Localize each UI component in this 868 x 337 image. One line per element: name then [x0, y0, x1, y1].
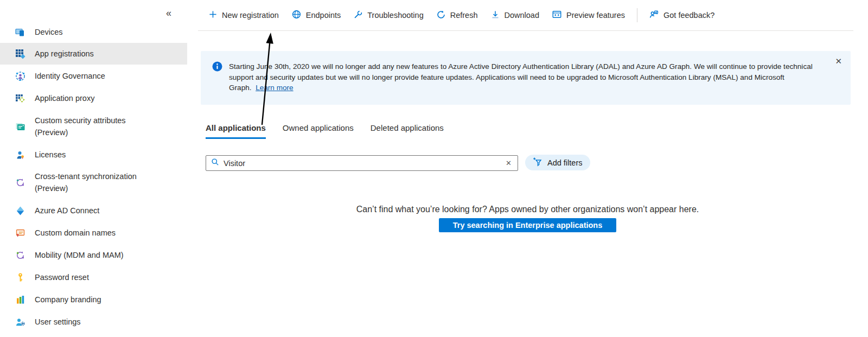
refresh-button[interactable]: Refresh — [431, 0, 483, 30]
sidebar-item-identity-governance[interactable]: Identity Governance — [0, 65, 187, 87]
command-label: Download — [505, 11, 540, 20]
sidebar-item-company-branding[interactable]: Company branding — [0, 289, 187, 310]
tab-bar: All applications Owned applications Dele… — [206, 123, 444, 139]
add-filter-icon — [533, 157, 543, 168]
add-filters-button[interactable]: Add filters — [525, 155, 590, 170]
banner-text: Starting June 30th, 2020 we will no long… — [229, 62, 813, 92]
sidebar-item-user-settings[interactable]: User settings — [0, 311, 187, 333]
sidebar-item-label: Mobility (MDM and MAM) — [35, 249, 124, 261]
sidebar-item-devices[interactable]: Devices — [0, 21, 187, 43]
sidebar-item-label: Application proxy — [35, 92, 94, 104]
sidebar-item-custom-domain-names[interactable]: Custom domain names — [0, 222, 187, 244]
got-feedback-button[interactable]: Got feedback? — [644, 0, 720, 30]
sidebar-item-label: Cross-tenant synchronization (Preview) — [35, 170, 153, 195]
banner-close-icon[interactable]: ✕ — [835, 56, 842, 66]
sidebar-item-label: Custom security attributes (Preview) — [35, 115, 153, 139]
custom-domain-names-icon — [15, 228, 25, 238]
sidebar-item-label: Identity Governance — [35, 70, 105, 82]
sidebar-item-password-reset[interactable]: Password reset — [0, 266, 187, 288]
sidebar-item-application-proxy[interactable]: Application proxy — [0, 87, 187, 109]
company-branding-icon — [15, 295, 25, 305]
command-separator — [637, 8, 637, 22]
command-label: Endpoints — [306, 11, 341, 20]
sidebar-item-mobility[interactable]: Mobility (MDM and MAM) — [0, 244, 187, 266]
sidebar: « Devices App registrations Identity Gov… — [0, 0, 187, 337]
command-label: Got feedback? — [663, 11, 714, 20]
application-proxy-icon — [15, 93, 25, 104]
download-button[interactable]: Download — [486, 0, 545, 30]
command-label: Troubleshooting — [367, 11, 423, 20]
sidebar-item-label: Azure AD Connect — [35, 205, 99, 217]
banner-message: Starting June 30th, 2020 we will no long… — [229, 61, 814, 93]
clear-search-icon[interactable]: ✕ — [505, 159, 513, 167]
command-label: Refresh — [450, 11, 478, 20]
sidebar-item-licenses[interactable]: Licenses — [0, 144, 187, 166]
info-icon — [212, 61, 222, 72]
password-reset-icon — [15, 272, 25, 283]
try-enterprise-applications-button[interactable]: Try searching in Enterprise applications — [439, 218, 617, 232]
sidebar-item-custom-security-attributes[interactable]: Custom security attributes (Preview) — [0, 111, 187, 142]
globe-icon — [292, 10, 301, 21]
wrench-icon — [354, 10, 362, 21]
search-input[interactable] — [224, 159, 505, 168]
plus-icon — [209, 10, 217, 20]
azure-ad-connect-icon — [15, 206, 25, 216]
licenses-icon — [15, 150, 25, 160]
app-registrations-page: « Devices App registrations Identity Gov… — [0, 0, 868, 337]
custom-security-attributes-icon — [15, 122, 25, 132]
sidebar-item-label: Password reset — [35, 271, 89, 283]
sidebar-item-label: App registrations — [35, 48, 94, 60]
collapse-sidebar-icon[interactable]: « — [166, 8, 171, 19]
preview-features-button[interactable]: Preview features — [547, 0, 630, 30]
search-icon — [211, 158, 219, 168]
sidebar-item-label: Licenses — [35, 149, 66, 161]
sidebar-item-label: User settings — [35, 316, 81, 328]
mobility-icon — [15, 250, 25, 260]
application-search-box: ✕ — [206, 155, 518, 171]
tab-all-applications[interactable]: All applications — [206, 123, 266, 139]
empty-state-message: Can’t find what you’re looking for? Apps… — [187, 205, 868, 214]
main-content: New registration Endpoints Troubleshooti… — [187, 0, 868, 337]
command-bar: New registration Endpoints Troubleshooti… — [198, 0, 853, 31]
devices-icon — [15, 27, 25, 37]
sidebar-item-label: Company branding — [35, 294, 101, 306]
command-label: Preview features — [566, 11, 625, 20]
new-registration-button[interactable]: New registration — [203, 0, 284, 30]
empty-state: Can’t find what you’re looking for? Apps… — [187, 205, 868, 232]
cross-tenant-sync-icon — [15, 177, 25, 188]
user-settings-icon — [15, 317, 25, 327]
endpoints-button[interactable]: Endpoints — [286, 0, 347, 30]
sidebar-item-app-registrations[interactable]: App registrations — [0, 43, 187, 65]
sidebar-item-azure-ad-connect[interactable]: Azure AD Connect — [0, 200, 187, 221]
sidebar-item-label: Devices — [35, 26, 63, 38]
feedback-icon — [649, 10, 659, 21]
info-banner: Starting June 30th, 2020 we will no long… — [201, 51, 851, 105]
refresh-icon — [437, 10, 445, 21]
command-label: New registration — [222, 11, 279, 20]
app-registrations-icon — [15, 49, 25, 59]
identity-governance-icon — [15, 71, 25, 81]
tab-owned-applications[interactable]: Owned applications — [283, 123, 354, 139]
sidebar-item-label: Custom domain names — [35, 227, 116, 239]
learn-more-link[interactable]: Learn more — [256, 84, 293, 92]
tab-deleted-applications[interactable]: Deleted applications — [371, 123, 444, 139]
preview-features-icon — [552, 10, 561, 21]
add-filters-label: Add filters — [547, 158, 582, 167]
troubleshooting-button[interactable]: Troubleshooting — [348, 0, 429, 30]
download-icon — [491, 10, 500, 21]
sidebar-item-cross-tenant-synchronization[interactable]: Cross-tenant synchronization (Preview) — [0, 167, 187, 198]
